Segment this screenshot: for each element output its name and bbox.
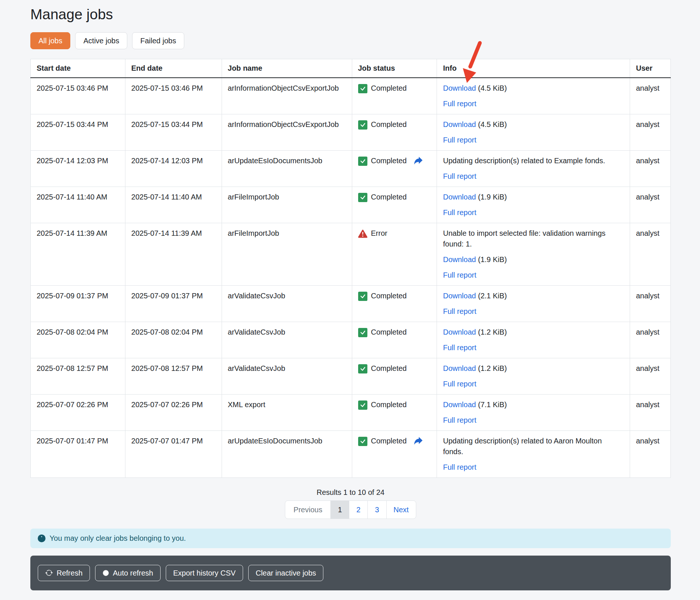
download-link[interactable]: Download (443, 400, 476, 409)
start-date-cell: 2025-07-08 12:57 PM (31, 358, 125, 394)
info-circle-icon (38, 534, 46, 542)
job-status-cell: Completed (352, 358, 437, 394)
check-square-icon (358, 291, 367, 301)
page-item-2[interactable]: 2 (349, 501, 367, 519)
status-label: Completed (371, 192, 407, 202)
user-cell: analyst (630, 430, 670, 477)
download-line: Download (4.5 KiB) (443, 119, 624, 130)
start-date-cell: 2025-07-08 02:04 PM (31, 322, 125, 358)
info-cell: Download (2.1 KiB)Full report (437, 285, 630, 322)
full-report-link[interactable]: Full report (443, 208, 476, 217)
download-link[interactable]: Download (443, 84, 476, 92)
user-cell: analyst (630, 285, 670, 322)
job-name-cell: arInformationObjectCsvExportJob (222, 78, 352, 114)
status-badge: Completed (358, 291, 431, 301)
download-link[interactable]: Download (443, 255, 476, 264)
download-link[interactable]: Download (443, 292, 476, 300)
end-date-cell: 2025-07-07 01:47 PM (125, 430, 222, 477)
status-label: Completed (371, 327, 407, 338)
check-square-icon (358, 327, 367, 337)
info-cell: Download (1.9 KiB)Full report (437, 187, 630, 223)
download-line: Download (1.9 KiB) (443, 192, 624, 202)
table-row: 2025-07-15 03:46 PM2025-07-15 03:46 PMar… (31, 78, 671, 114)
status-label: Completed (371, 119, 407, 130)
job-status-cell: Completed (352, 78, 437, 114)
full-report-link[interactable]: Full report (443, 307, 476, 315)
job-status-cell: Completed (352, 114, 437, 150)
full-report-link[interactable]: Full report (443, 343, 476, 352)
table-row: 2025-07-14 12:03 PM2025-07-14 12:03 PMar… (31, 150, 671, 187)
info-cell: Unable to import selected file: validati… (437, 223, 630, 285)
button-label: Clear inactive jobs (256, 568, 316, 578)
page-title: Manage jobs (30, 6, 671, 23)
full-report-link[interactable]: Full report (443, 136, 476, 144)
table-row: 2025-07-07 01:47 PM2025-07-07 01:47 PMar… (31, 430, 671, 477)
status-badge: Completed (358, 83, 431, 94)
job-status-cell: Completed (352, 285, 437, 322)
job-status-cell: Error (352, 223, 437, 285)
download-link[interactable]: Download (443, 328, 476, 336)
end-date-cell: 2025-07-14 12:03 PM (125, 150, 222, 187)
full-report-link[interactable]: Full report (443, 271, 476, 279)
end-date-cell: 2025-07-09 01:37 PM (125, 285, 222, 322)
job-name-cell: arFileImportJob (222, 223, 352, 285)
full-report-link[interactable]: Full report (443, 380, 476, 388)
end-date-cell: 2025-07-08 12:57 PM (125, 358, 222, 394)
refresh-button[interactable]: Refresh (38, 565, 90, 581)
info-cell: Download (7.1 KiB)Full report (437, 394, 630, 430)
end-date-cell: 2025-07-15 03:46 PM (125, 78, 222, 114)
page-item-previous[interactable]: Previous (285, 501, 330, 519)
column-header-job-status: Job status (352, 59, 437, 78)
download-link[interactable]: Download (443, 193, 476, 201)
check-square-icon (358, 399, 367, 410)
check-square-icon (358, 192, 367, 202)
full-report-link[interactable]: Full report (443, 172, 476, 180)
column-header-end-date: End date (125, 59, 222, 78)
tab-active-jobs[interactable]: Active jobs (75, 32, 127, 49)
status-badge: Completed (358, 399, 431, 410)
download-link[interactable]: Download (443, 364, 476, 372)
dot-icon (102, 570, 109, 576)
end-date-cell: 2025-07-07 02:26 PM (125, 394, 222, 430)
start-date-cell: 2025-07-14 11:39 AM (31, 223, 125, 285)
actions-toolbar: RefreshAuto refreshExport history CSVCle… (30, 556, 671, 590)
download-line: Download (2.1 KiB) (443, 291, 624, 301)
job-status-cell: Completed (352, 430, 437, 477)
job-status-cell: Completed (352, 187, 437, 223)
start-date-cell: 2025-07-07 02:26 PM (31, 394, 125, 430)
download-size: (4.5 KiB) (478, 120, 507, 128)
download-line: Download (1.2 KiB) (443, 363, 624, 374)
user-cell: analyst (630, 358, 670, 394)
page-item-next[interactable]: Next (386, 501, 416, 519)
tab-failed-jobs[interactable]: Failed jobs (132, 32, 184, 49)
status-label: Completed (371, 83, 407, 94)
table-row: 2025-07-14 11:39 AM2025-07-14 11:39 AMar… (31, 223, 671, 285)
download-size: (7.1 KiB) (478, 400, 507, 409)
download-link[interactable]: Download (443, 120, 476, 128)
status-label: Completed (371, 399, 407, 410)
download-line: Download (1.9 KiB) (443, 254, 624, 265)
full-report-link[interactable]: Full report (443, 416, 476, 424)
check-square-icon (358, 119, 367, 130)
table-row: 2025-07-14 11:40 AM2025-07-14 11:40 AMar… (31, 187, 671, 223)
status-badge: Completed (358, 327, 431, 338)
clear-inactive-jobs-button[interactable]: Clear inactive jobs (248, 565, 323, 581)
info-cell: Updating description(s) related to Aaron… (437, 430, 630, 477)
refresh-icon (45, 569, 53, 577)
job-name-cell: arValidateCsvJob (222, 285, 352, 322)
table-row: 2025-07-09 01:37 PM2025-07-09 01:37 PMar… (31, 285, 671, 322)
export-history-csv-button[interactable]: Export history CSV (166, 565, 243, 581)
start-date-cell: 2025-07-14 11:40 AM (31, 187, 125, 223)
page-item-3[interactable]: 3 (367, 501, 386, 519)
auto-refresh-button[interactable]: Auto refresh (95, 565, 161, 581)
status-label: Completed (371, 155, 407, 166)
status-label: Completed (371, 291, 407, 301)
full-report-link[interactable]: Full report (443, 463, 476, 471)
button-label: Export history CSV (173, 568, 236, 578)
start-date-cell: 2025-07-15 03:44 PM (31, 114, 125, 150)
check-square-icon (358, 155, 367, 166)
page-item-1[interactable]: 1 (330, 501, 349, 519)
start-date-cell: 2025-07-07 01:47 PM (31, 430, 125, 477)
full-report-link[interactable]: Full report (443, 100, 476, 108)
tab-all-jobs[interactable]: All jobs (30, 32, 70, 49)
